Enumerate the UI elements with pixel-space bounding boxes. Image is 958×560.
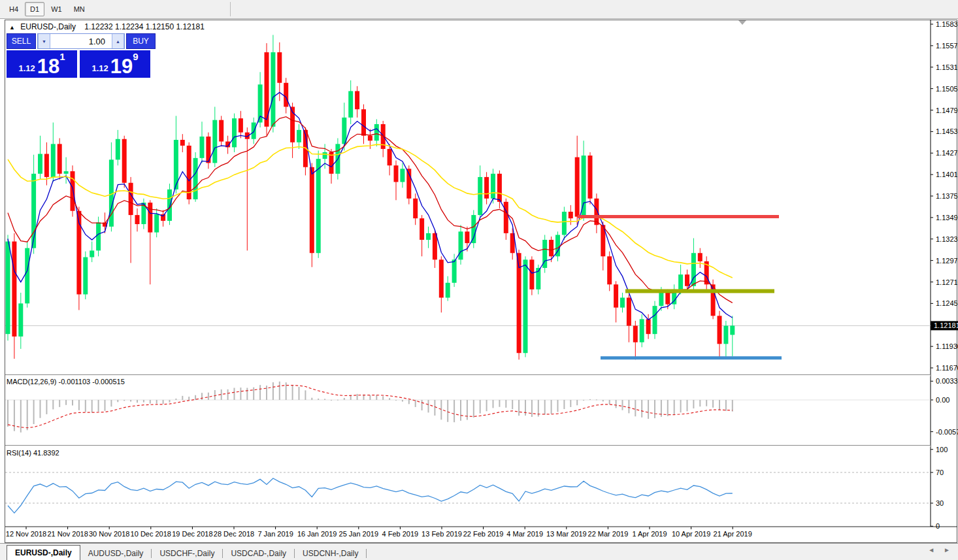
svg-text:13 Mar 2019: 13 Mar 2019 bbox=[546, 530, 587, 538]
buy-price-prefix: 1.12 bbox=[91, 63, 108, 73]
svg-text:1.15830: 1.15830 bbox=[936, 20, 958, 28]
svg-text:0.00: 0.00 bbox=[936, 396, 950, 404]
svg-text:1.12181: 1.12181 bbox=[934, 321, 958, 329]
svg-text:16 Jan 2019: 16 Jan 2019 bbox=[297, 530, 337, 538]
application-window: H4D1W1MN 1.158301.155701.153101.150501.1… bbox=[0, 0, 958, 560]
chevron-down-icon: ▼ bbox=[42, 39, 46, 44]
svg-text:10 Dec 2018: 10 Dec 2018 bbox=[131, 530, 171, 538]
chart-tab-usdchf[interactable]: USDCHF-,Daily bbox=[152, 547, 222, 560]
time-axis[interactable]: 12 Nov 201821 Nov 201830 Nov 201810 Dec … bbox=[6, 527, 752, 538]
svg-text:1.14790: 1.14790 bbox=[936, 107, 958, 114]
volume-stepper: ▼ 1.00 ▲ bbox=[37, 33, 125, 49]
svg-text:7 Jan 2019: 7 Jan 2019 bbox=[257, 530, 293, 538]
svg-text:25 Jan 2019: 25 Jan 2019 bbox=[339, 530, 379, 538]
buy-price-big: 19 bbox=[110, 58, 133, 75]
chart-canvas[interactable]: 1.158301.155701.153101.150501.147901.145… bbox=[0, 0, 958, 560]
svg-text:28 Dec 2018: 28 Dec 2018 bbox=[214, 530, 254, 538]
chart-tab-bar: EURUSD-,DailyAUDUSD-,DailyUSDCHF-,DailyU… bbox=[0, 543, 958, 560]
svg-text:21 Apr 2019: 21 Apr 2019 bbox=[714, 530, 752, 538]
svg-text:4 Mar 2019: 4 Mar 2019 bbox=[506, 530, 543, 538]
svg-text:1.15050: 1.15050 bbox=[936, 85, 958, 93]
svg-text:1.13750: 1.13750 bbox=[936, 192, 958, 200]
chart-marker-icon: ▲ bbox=[9, 24, 15, 31]
price-axis[interactable]: 1.158301.155701.153101.150501.147901.145… bbox=[931, 20, 958, 372]
svg-text:1.12970: 1.12970 bbox=[936, 257, 958, 265]
svg-text:10 Apr 2019: 10 Apr 2019 bbox=[672, 530, 710, 538]
svg-text:1.13230: 1.13230 bbox=[936, 235, 958, 243]
tab-scroll-left-icon[interactable]: ◄ bbox=[928, 546, 934, 553]
svg-text:4 Feb 2019: 4 Feb 2019 bbox=[382, 530, 419, 538]
volume-decrease-button[interactable]: ▼ bbox=[38, 34, 50, 48]
sell-price-sup: 1 bbox=[59, 51, 65, 62]
svg-text:12 Nov 2018: 12 Nov 2018 bbox=[6, 530, 46, 538]
svg-text:30 Nov 2018: 30 Nov 2018 bbox=[89, 530, 129, 538]
svg-text:1.14270: 1.14270 bbox=[936, 149, 958, 157]
chart-tab-eurusd[interactable]: EURUSD-,Daily bbox=[7, 545, 80, 560]
svg-text:21 Nov 2018: 21 Nov 2018 bbox=[47, 530, 88, 538]
volume-increase-button[interactable]: ▲ bbox=[112, 34, 124, 48]
svg-text:1.12710: 1.12710 bbox=[936, 278, 958, 286]
chart-symbol-label: EURUSD-,Daily bbox=[20, 22, 76, 31]
rsi-indicator-label: RSI(14) 41.8392 bbox=[7, 449, 59, 457]
svg-text:22 Feb 2019: 22 Feb 2019 bbox=[463, 530, 504, 538]
chart-shift-marker-icon bbox=[738, 20, 746, 25]
candlesticks bbox=[6, 35, 735, 359]
macd-axis[interactable]: 0.0033860.00-0.00574 bbox=[931, 377, 958, 435]
chart-title: ▲ EURUSD-,Daily 1.12232 1.12234 1.12150 … bbox=[9, 22, 205, 31]
svg-text:1.11670: 1.11670 bbox=[936, 364, 958, 372]
svg-text:1.15570: 1.15570 bbox=[936, 42, 958, 50]
sell-price-big: 18 bbox=[37, 58, 59, 75]
svg-text:22 Mar 2019: 22 Mar 2019 bbox=[588, 530, 629, 538]
svg-text:1.12450: 1.12450 bbox=[936, 299, 958, 307]
one-click-trading-panel: SELL ▼ 1.00 ▲ BUY 1.12 18 1 1.12 19 9 bbox=[7, 33, 156, 78]
svg-text:1 Apr 2019: 1 Apr 2019 bbox=[632, 530, 667, 538]
sell-price-box[interactable]: 1.12 18 1 bbox=[7, 50, 77, 78]
buy-price-box[interactable]: 1.12 19 9 bbox=[80, 50, 150, 78]
svg-text:19 Dec 2018: 19 Dec 2018 bbox=[172, 530, 212, 538]
svg-text:1.14530: 1.14530 bbox=[936, 127, 958, 135]
chart-ohlc-quotes: 1.12232 1.12234 1.12150 1.12181 bbox=[84, 22, 205, 31]
volume-field[interactable]: 1.00 bbox=[50, 34, 112, 48]
svg-text:0: 0 bbox=[936, 522, 940, 530]
svg-text:13 Feb 2019: 13 Feb 2019 bbox=[421, 530, 462, 538]
tab-divider bbox=[366, 549, 367, 558]
svg-text:1.14010: 1.14010 bbox=[936, 171, 958, 178]
svg-text:100: 100 bbox=[936, 446, 948, 453]
tab-scroll-right-icon[interactable]: ► bbox=[944, 546, 950, 553]
chart-tab-usdcad[interactable]: USDCAD-,Daily bbox=[223, 547, 294, 560]
chevron-up-icon: ▲ bbox=[116, 39, 120, 44]
macd-indicator-label: MACD(12,26,9) -0.001103 -0.000515 bbox=[7, 378, 125, 386]
buy-button[interactable]: BUY bbox=[126, 33, 156, 49]
svg-text:1.15310: 1.15310 bbox=[936, 63, 958, 71]
svg-text:70: 70 bbox=[936, 469, 944, 476]
macd-signal-line bbox=[8, 386, 733, 428]
rsi-line bbox=[8, 478, 733, 513]
buy-price-sup: 9 bbox=[133, 51, 138, 62]
svg-text:-0.00574: -0.00574 bbox=[936, 428, 958, 436]
tab-scroll-buttons: ◄ ► bbox=[928, 546, 950, 553]
svg-text:30: 30 bbox=[936, 499, 944, 507]
chart-tab-audusd[interactable]: AUDUSD-,Daily bbox=[80, 547, 152, 560]
svg-text:1.11930: 1.11930 bbox=[936, 342, 958, 350]
sell-price-prefix: 1.12 bbox=[18, 63, 35, 73]
svg-text:1.13490: 1.13490 bbox=[936, 214, 958, 222]
svg-text:0.003386: 0.003386 bbox=[936, 377, 958, 385]
sell-button[interactable]: SELL bbox=[7, 33, 36, 49]
moving-average-34 bbox=[8, 144, 733, 278]
rsi-axis[interactable]: 10070300 bbox=[931, 446, 948, 531]
chart-tab-usdcnh[interactable]: USDCNH-,Daily bbox=[295, 547, 366, 560]
macd-panel bbox=[7, 382, 733, 433]
